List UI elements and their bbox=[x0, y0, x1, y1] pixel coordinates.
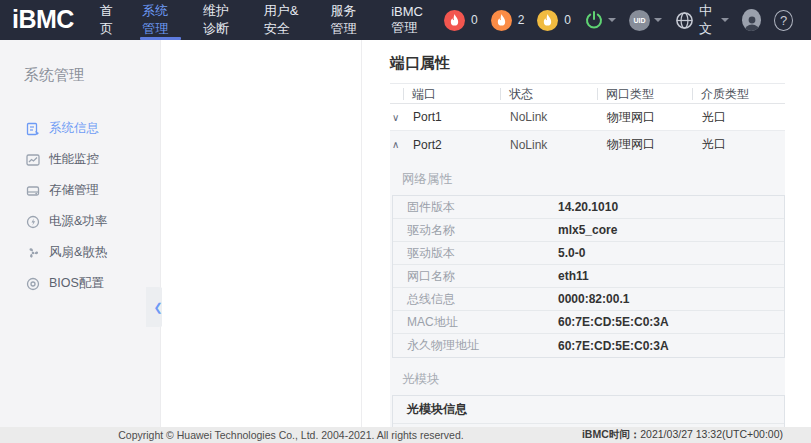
chevron-down-icon bbox=[654, 18, 662, 22]
nav-item-user-security[interactable]: 用户&安全 bbox=[252, 0, 319, 40]
footer-bar: Copyright © Huawei Technologies Co., Ltd… bbox=[0, 427, 811, 443]
ports-table: 端口 状态 网口类型 介质类型 ∨ Port1 NoLink 物理网口 光口 ∧… bbox=[390, 83, 785, 427]
critical-alarm-indicator[interactable]: 0 bbox=[444, 10, 478, 31]
ibmc-time: iBMC时间：2021/03/27 13:32(UTC+00:00) bbox=[582, 428, 811, 442]
port-media-type: 光口 bbox=[692, 136, 785, 153]
main-nav: 首页 系统管理 维护诊断 用户&安全 服务管理 iBMC管理 bbox=[88, 0, 444, 40]
expand-chevron-down-icon[interactable]: ∨ bbox=[390, 112, 403, 123]
sidebar-item-performance-monitor[interactable]: 性能监控 bbox=[0, 144, 160, 175]
sidebar-item-storage-management[interactable]: 存储管理 bbox=[0, 175, 160, 206]
sidebar-menu: 系统信息 性能监控 存储管理 电源&功率 bbox=[0, 113, 160, 299]
property-row-firmware-version: 固件版本 14.20.1010 bbox=[393, 196, 784, 219]
page-title: 端口属性 bbox=[390, 54, 785, 73]
gear-icon bbox=[26, 277, 40, 291]
port-media-type: 光口 bbox=[692, 109, 785, 126]
sidebar-title: 系统管理 bbox=[0, 40, 160, 85]
language-selector[interactable]: 中文 bbox=[675, 2, 729, 38]
copyright-text: Copyright © Huawei Technologies Co., Ltd… bbox=[0, 429, 582, 441]
sidebar-item-label: 电源&功率 bbox=[49, 213, 107, 230]
sidebar-item-label: 存储管理 bbox=[49, 182, 99, 199]
property-row-port-name: 网口名称 eth11 bbox=[393, 265, 784, 288]
minor-alarm-flame-icon bbox=[537, 10, 558, 31]
sidebar-item-bios-config[interactable]: BIOS配置 bbox=[0, 268, 160, 299]
user-avatar[interactable] bbox=[742, 9, 761, 31]
globe-icon bbox=[675, 11, 694, 30]
port-status: NoLink bbox=[500, 138, 597, 152]
nav-item-maintenance-diagnosis[interactable]: 维护诊断 bbox=[191, 0, 252, 40]
property-row-mac-address: MAC地址 60:7E:CD:5E:C0:3A bbox=[393, 311, 784, 334]
port2-expanded-section: ∧ Port2 NoLink 物理网口 光口 网络属性 固件版本 14.20.1… bbox=[390, 131, 785, 427]
chevron-down-icon bbox=[608, 18, 616, 22]
document-info-icon bbox=[26, 122, 40, 136]
sidebar-item-label: 风扇&散热 bbox=[49, 244, 107, 261]
ibmc-time-label: iBMC时间： bbox=[582, 428, 640, 440]
optical-module-info-header: 光模块信息 bbox=[393, 396, 784, 424]
critical-alarm-count: 0 bbox=[471, 13, 478, 27]
power-icon bbox=[584, 10, 604, 30]
sidebar-item-label: 性能监控 bbox=[49, 151, 99, 168]
port-name: Port2 bbox=[403, 138, 500, 152]
property-row-driver-name: 驱动名称 mlx5_core bbox=[393, 219, 784, 242]
table-row-port1[interactable]: ∨ Port1 NoLink 物理网口 光口 bbox=[390, 104, 785, 131]
nav-item-system-management[interactable]: 系统管理 bbox=[130, 0, 191, 40]
major-alarm-indicator[interactable]: 2 bbox=[491, 10, 525, 31]
main-content: 端口属性 端口 状态 网口类型 介质类型 ∨ Port1 NoLink 物理网口… bbox=[162, 40, 811, 427]
sidebar-item-power[interactable]: 电源&功率 bbox=[0, 206, 160, 237]
power-gauge-icon bbox=[26, 215, 40, 229]
sidebar-item-label: 系统信息 bbox=[49, 120, 99, 137]
port-properties-panel: 端口属性 端口 状态 网口类型 介质类型 ∨ Port1 NoLink 物理网口… bbox=[362, 40, 811, 427]
critical-alarm-flame-icon bbox=[444, 10, 465, 31]
ports-table-header: 端口 状态 网口类型 介质类型 bbox=[390, 84, 785, 104]
ibmc-time-value: 2021/03/27 13:32(UTC+00:00) bbox=[640, 428, 783, 440]
minor-alarm-indicator[interactable]: 0 bbox=[537, 10, 571, 31]
network-properties-table: 固件版本 14.20.1010 驱动名称 mlx5_core 驱动版本 5.0-… bbox=[392, 195, 785, 358]
uid-indicator-dropdown[interactable]: UID bbox=[629, 10, 662, 31]
column-header-media-type: 介质类型 bbox=[692, 88, 785, 100]
sidebar-item-system-info[interactable]: 系统信息 bbox=[0, 113, 160, 144]
optical-module-section-title: 光模块 bbox=[390, 358, 785, 395]
port-name: Port1 bbox=[403, 110, 500, 124]
major-alarm-count: 2 bbox=[518, 13, 525, 27]
content-left-column bbox=[162, 40, 362, 427]
port-net-type: 物理网口 bbox=[597, 136, 692, 153]
uid-icon: UID bbox=[629, 10, 650, 31]
storage-icon bbox=[26, 184, 40, 198]
ibmc-screen: iBMC 首页 系统管理 维护诊断 用户&安全 服务管理 iBMC管理 0 2 bbox=[0, 0, 811, 443]
property-row-driver-version: 驱动版本 5.0-0 bbox=[393, 242, 784, 265]
power-control-dropdown[interactable] bbox=[584, 10, 616, 30]
port-status: NoLink bbox=[500, 110, 597, 124]
network-properties-section-title: 网络属性 bbox=[390, 158, 785, 195]
sidebar-item-label: BIOS配置 bbox=[49, 275, 104, 292]
column-header-port: 端口 bbox=[403, 88, 500, 100]
top-navbar: iBMC 首页 系统管理 维护诊断 用户&安全 服务管理 iBMC管理 0 2 bbox=[0, 0, 811, 40]
nav-item-home[interactable]: 首页 bbox=[88, 0, 130, 40]
fan-icon bbox=[26, 246, 40, 260]
language-label: 中文 bbox=[699, 2, 717, 38]
nav-item-ibmc-management[interactable]: iBMC管理 bbox=[379, 0, 444, 40]
sidebar: 系统管理 系统信息 性能监控 存储管理 bbox=[0, 40, 161, 443]
ibmc-logo: iBMC bbox=[0, 5, 88, 36]
chevron-down-icon bbox=[721, 18, 729, 22]
nav-item-service-management[interactable]: 服务管理 bbox=[318, 0, 379, 40]
property-row-permanent-mac: 永久物理地址 60:7E:CD:5E:C0:3A bbox=[393, 334, 784, 357]
table-row-port2[interactable]: ∧ Port2 NoLink 物理网口 光口 bbox=[390, 131, 785, 158]
column-header-net-type: 网口类型 bbox=[597, 88, 692, 100]
property-row-bus-info: 总线信息 0000:82:00.1 bbox=[393, 288, 784, 311]
collapse-chevron-up-icon[interactable]: ∧ bbox=[390, 139, 403, 150]
sidebar-item-fan-cooling[interactable]: 风扇&散热 bbox=[0, 237, 160, 268]
major-alarm-flame-icon bbox=[491, 10, 512, 31]
port-net-type: 物理网口 bbox=[597, 109, 692, 126]
column-header-status: 状态 bbox=[500, 88, 597, 100]
navbar-right-controls: 0 2 0 UID bbox=[444, 2, 811, 38]
help-icon[interactable]: ? bbox=[774, 10, 793, 31]
line-chart-icon bbox=[26, 153, 40, 167]
optical-module-table: 光模块信息 厂商 WTD 序列号 HN205200110043 bbox=[392, 395, 785, 427]
minor-alarm-count: 0 bbox=[564, 13, 571, 27]
